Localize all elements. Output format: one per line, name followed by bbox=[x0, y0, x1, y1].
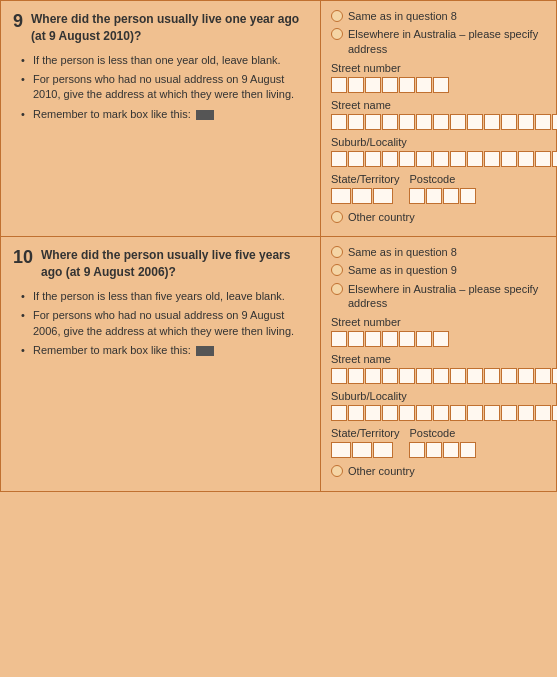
cell[interactable] bbox=[467, 368, 483, 384]
cell[interactable] bbox=[450, 368, 466, 384]
cell[interactable] bbox=[416, 77, 432, 93]
cell[interactable] bbox=[450, 405, 466, 421]
cell[interactable] bbox=[518, 151, 534, 167]
cell[interactable] bbox=[331, 405, 347, 421]
radio-9-option-2[interactable]: Elsewhere in Australia – please specify … bbox=[331, 27, 557, 56]
cell[interactable] bbox=[373, 442, 393, 458]
street-name-input-10[interactable] bbox=[331, 368, 557, 384]
cell[interactable] bbox=[382, 77, 398, 93]
cell[interactable] bbox=[535, 405, 551, 421]
cell[interactable] bbox=[518, 368, 534, 384]
cell[interactable] bbox=[331, 368, 347, 384]
cell[interactable] bbox=[365, 151, 381, 167]
radio-10-option-1[interactable]: Same as in question 8 bbox=[331, 245, 557, 259]
cell[interactable] bbox=[416, 405, 432, 421]
cell[interactable] bbox=[399, 77, 415, 93]
cell[interactable] bbox=[348, 368, 364, 384]
cell[interactable] bbox=[365, 331, 381, 347]
cell[interactable] bbox=[373, 188, 393, 204]
cell[interactable] bbox=[484, 151, 500, 167]
cell[interactable] bbox=[443, 188, 459, 204]
radio-9-option-1[interactable]: Same as in question 8 bbox=[331, 9, 557, 23]
cell[interactable] bbox=[535, 368, 551, 384]
cell[interactable] bbox=[416, 368, 432, 384]
cell[interactable] bbox=[433, 151, 449, 167]
radio-10-circle-1[interactable] bbox=[331, 246, 343, 258]
street-name-input-9[interactable] bbox=[331, 114, 557, 130]
cell[interactable] bbox=[501, 114, 517, 130]
radio-10-option-3[interactable]: Elsewhere in Australia – please specify … bbox=[331, 282, 557, 311]
cell[interactable] bbox=[365, 114, 381, 130]
cell[interactable] bbox=[331, 188, 351, 204]
cell[interactable] bbox=[382, 331, 398, 347]
cell[interactable] bbox=[552, 114, 557, 130]
cell[interactable] bbox=[331, 331, 347, 347]
cell[interactable] bbox=[416, 114, 432, 130]
radio-10-circle-3[interactable] bbox=[331, 283, 343, 295]
cell[interactable] bbox=[399, 405, 415, 421]
cell[interactable] bbox=[501, 405, 517, 421]
cell[interactable] bbox=[416, 331, 432, 347]
cell[interactable] bbox=[433, 331, 449, 347]
cell[interactable] bbox=[467, 405, 483, 421]
cell[interactable] bbox=[348, 331, 364, 347]
cell[interactable] bbox=[433, 368, 449, 384]
suburb-input-9[interactable] bbox=[331, 151, 557, 167]
cell[interactable] bbox=[484, 405, 500, 421]
cell[interactable] bbox=[331, 114, 347, 130]
cell[interactable] bbox=[399, 114, 415, 130]
cell[interactable] bbox=[426, 442, 442, 458]
cell[interactable] bbox=[535, 114, 551, 130]
cell[interactable] bbox=[433, 114, 449, 130]
radio-9-other-country-circle[interactable] bbox=[331, 211, 343, 223]
cell[interactable] bbox=[365, 405, 381, 421]
suburb-input-10[interactable] bbox=[331, 405, 557, 421]
cell[interactable] bbox=[518, 114, 534, 130]
cell[interactable] bbox=[382, 151, 398, 167]
cell[interactable] bbox=[450, 151, 466, 167]
radio-10-option-2[interactable]: Same as in question 9 bbox=[331, 263, 557, 277]
cell[interactable] bbox=[382, 368, 398, 384]
radio-10-circle-2[interactable] bbox=[331, 264, 343, 276]
cell[interactable] bbox=[443, 442, 459, 458]
cell[interactable] bbox=[348, 151, 364, 167]
cell[interactable] bbox=[409, 188, 425, 204]
postcode-input-9[interactable] bbox=[409, 188, 476, 204]
cell[interactable] bbox=[365, 77, 381, 93]
cell[interactable] bbox=[348, 405, 364, 421]
cell[interactable] bbox=[467, 151, 483, 167]
cell[interactable] bbox=[348, 77, 364, 93]
cell[interactable] bbox=[382, 405, 398, 421]
cell[interactable] bbox=[399, 331, 415, 347]
state-input-9[interactable] bbox=[331, 188, 399, 204]
cell[interactable] bbox=[535, 151, 551, 167]
cell[interactable] bbox=[433, 405, 449, 421]
cell[interactable] bbox=[501, 151, 517, 167]
radio-10-other-country[interactable]: Other country bbox=[331, 464, 557, 478]
cell[interactable] bbox=[409, 442, 425, 458]
cell[interactable] bbox=[331, 151, 347, 167]
cell[interactable] bbox=[399, 151, 415, 167]
cell[interactable] bbox=[552, 151, 557, 167]
postcode-input-10[interactable] bbox=[409, 442, 476, 458]
cell[interactable] bbox=[365, 368, 381, 384]
cell[interactable] bbox=[484, 368, 500, 384]
cell[interactable] bbox=[382, 114, 398, 130]
street-number-input-10[interactable] bbox=[331, 331, 557, 347]
cell[interactable] bbox=[552, 368, 557, 384]
radio-9-other-country[interactable]: Other country bbox=[331, 210, 557, 224]
cell[interactable] bbox=[348, 114, 364, 130]
radio-10-other-country-circle[interactable] bbox=[331, 465, 343, 477]
cell[interactable] bbox=[450, 114, 466, 130]
cell[interactable] bbox=[467, 114, 483, 130]
cell[interactable] bbox=[331, 77, 347, 93]
state-input-10[interactable] bbox=[331, 442, 399, 458]
cell[interactable] bbox=[331, 442, 351, 458]
radio-9-circle-2[interactable] bbox=[331, 28, 343, 40]
cell[interactable] bbox=[501, 368, 517, 384]
radio-9-circle-1[interactable] bbox=[331, 10, 343, 22]
cell[interactable] bbox=[426, 188, 442, 204]
cell[interactable] bbox=[552, 405, 557, 421]
cell[interactable] bbox=[518, 405, 534, 421]
cell[interactable] bbox=[352, 442, 372, 458]
